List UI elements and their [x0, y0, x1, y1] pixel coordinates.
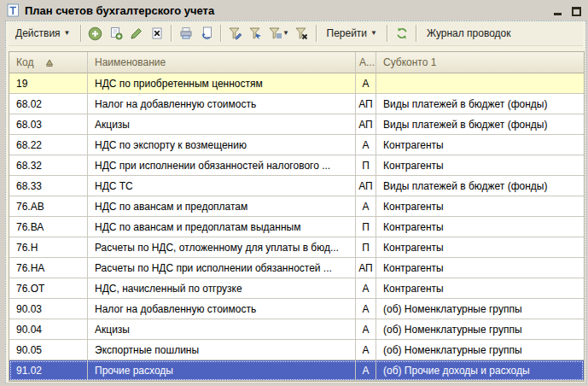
column-header-activity[interactable]: А...: [356, 52, 376, 73]
add-icon: [88, 26, 102, 41]
table-header: Код Наименование А... Субконто 1: [9, 52, 584, 73]
cell-code: 76.Н: [9, 237, 88, 258]
cell-subconto: (об) Прочие доходы и расходы: [376, 360, 584, 381]
go-menu-label: Перейти: [327, 27, 368, 39]
go-menu-button[interactable]: Перейти ▼: [322, 25, 382, 42]
cell-activity: А: [356, 340, 376, 360]
table-row[interactable]: 90.04 Акцизы А (об) Номенклатурные групп…: [9, 319, 584, 340]
filter-history-button[interactable]: ▼: [267, 24, 291, 43]
chevron-down-icon: ▼: [370, 30, 377, 37]
filter-settings-button[interactable]: [226, 24, 245, 43]
table-row[interactable]: 76.ВА НДС по авансам и предоплатам выдан…: [9, 217, 584, 237]
journal-button[interactable]: Журнал проводок: [422, 25, 516, 42]
cell-name: Акцизы: [88, 319, 356, 340]
cell-name: Прочие расходы: [88, 360, 356, 381]
table-row[interactable]: 68.02 Налог на добавленную стоимость АП …: [9, 94, 584, 114]
cell-name: НДС ТС: [88, 176, 356, 196]
filter-by-value-button[interactable]: [247, 24, 265, 43]
cell-code: 68.03: [9, 114, 88, 135]
table-row[interactable]: 90.03 Налог на добавленную стоимость А (…: [9, 299, 584, 319]
table-row[interactable]: 76.Н Расчеты по НДС, отложенному для упл…: [9, 237, 584, 258]
refresh-button[interactable]: [393, 24, 411, 43]
cell-subconto: Виды платежей в бюджет (фонды): [376, 176, 584, 196]
cell-code: 76.АВ: [9, 196, 88, 217]
cell-code: 76.ВА: [9, 217, 88, 237]
table-row[interactable]: 68.22 НДС по экспорту к возмещению А Кон…: [9, 135, 584, 155]
cell-activity: П: [356, 237, 376, 258]
cell-name: Налог на добавленную стоимость: [88, 94, 356, 114]
toolbar-separator: [171, 25, 172, 42]
table-row[interactable]: 76.НА Расчеты по НДС при исполнении обяз…: [9, 258, 584, 278]
chart-of-accounts-window: План счетов бухгалтерского учета Действи…: [0, 0, 588, 386]
copy-button[interactable]: [107, 24, 125, 43]
cell-code: 68.33: [9, 176, 88, 196]
cell-subconto: Контрагенты: [376, 155, 584, 176]
cell-subconto: (об) Номенклатурные группы: [376, 319, 584, 340]
cell-name: НДС по приобретенным ценностям: [88, 73, 356, 94]
cell-code: 90.03: [9, 299, 88, 319]
chevron-down-icon: ▼: [64, 30, 71, 37]
actions-menu-button[interactable]: Действия ▼: [10, 25, 76, 42]
cell-activity: А: [356, 196, 376, 217]
toolbar-separator: [387, 25, 388, 42]
chevron-down-icon: ▼: [282, 30, 289, 37]
cell-code: 19: [9, 73, 88, 94]
column-header-label: А...: [359, 56, 375, 68]
cell-activity: А: [356, 360, 376, 381]
column-header-subconto[interactable]: Субконто 1: [376, 52, 584, 73]
column-header-label: Наименование: [95, 56, 166, 68]
cell-activity: П: [356, 217, 376, 237]
cell-name: НДС при исполнении обязанностей налогово…: [88, 155, 356, 176]
toolbar: Действия ▼: [9, 21, 583, 46]
cell-subconto: Контрагенты: [376, 278, 584, 299]
refresh-icon: [395, 26, 409, 40]
cell-subconto: Контрагенты: [376, 237, 584, 258]
column-header-label: Субконто 1: [383, 56, 436, 68]
cell-subconto: Контрагенты: [376, 135, 584, 155]
cell-name: НДС, начисленный по отгрузке: [88, 278, 356, 299]
table-body: 19 НДС по приобретенным ценностям А 68.0…: [9, 73, 584, 381]
cell-activity: АП: [356, 114, 376, 135]
title-bar[interactable]: План счетов бухгалтерского учета: [5, 0, 586, 20]
minimize-button[interactable]: [550, 4, 564, 16]
clear-filter-button[interactable]: [293, 24, 311, 43]
table-row[interactable]: 68.33 НДС ТС АП Виды платежей в бюджет (…: [9, 176, 584, 196]
table-row[interactable]: 76.АВ НДС по авансам и предоплатам А Кон…: [9, 196, 584, 217]
edit-button[interactable]: [127, 24, 146, 43]
cell-name: НДС по авансам и предоплатам: [88, 196, 356, 217]
actions-menu-label: Действия: [15, 27, 61, 39]
cell-activity: АП: [356, 94, 376, 114]
filter-settings-icon: [228, 26, 242, 40]
cell-activity: А: [356, 299, 376, 319]
table-row[interactable]: 91.02 Прочие расходы А (об) Прочие доход…: [9, 360, 584, 381]
maximize-button[interactable]: [569, 4, 583, 16]
journal-button-label: Журнал проводок: [427, 27, 511, 39]
edit-icon: [130, 26, 143, 40]
client-area: Действия ▼: [5, 20, 586, 383]
window-title: План счетов бухгалтерского учета: [25, 4, 214, 17]
table-row[interactable]: 68.32 НДС при исполнении обязанностей на…: [9, 155, 584, 176]
cell-activity: А: [356, 319, 376, 340]
table-row[interactable]: 68.03 Акцизы АП Виды платежей в бюджет (…: [9, 114, 584, 135]
page-refresh-button[interactable]: [197, 24, 216, 43]
cell-code: 91.02: [9, 360, 88, 381]
print-button[interactable]: [177, 24, 195, 43]
filter-history-icon: [268, 26, 282, 40]
cell-code: 90.05: [9, 340, 88, 360]
sort-ascending-icon: [45, 59, 54, 67]
minimize-icon: [554, 13, 562, 15]
column-header-code[interactable]: Код: [9, 52, 88, 73]
table-row[interactable]: 19 НДС по приобретенным ценностям А: [9, 73, 584, 94]
cell-activity: А: [356, 73, 376, 94]
cell-activity: А: [356, 278, 376, 299]
cell-name: Расчеты по НДС при исполнении обязанност…: [88, 258, 356, 278]
table-row[interactable]: 76.ОТ НДС, начисленный по отгрузке А Кон…: [9, 278, 584, 299]
page-refresh-icon: [200, 26, 213, 40]
add-button[interactable]: [86, 24, 105, 43]
chart-of-accounts-icon: [7, 3, 20, 17]
delete-button[interactable]: [148, 24, 166, 43]
column-header-name[interactable]: Наименование: [88, 52, 356, 73]
print-icon: [179, 26, 193, 40]
cell-name: НДС по экспорту к возмещению: [88, 135, 356, 155]
table-row[interactable]: 90.05 Экспортные пошлины А (об) Номенкла…: [9, 340, 584, 360]
